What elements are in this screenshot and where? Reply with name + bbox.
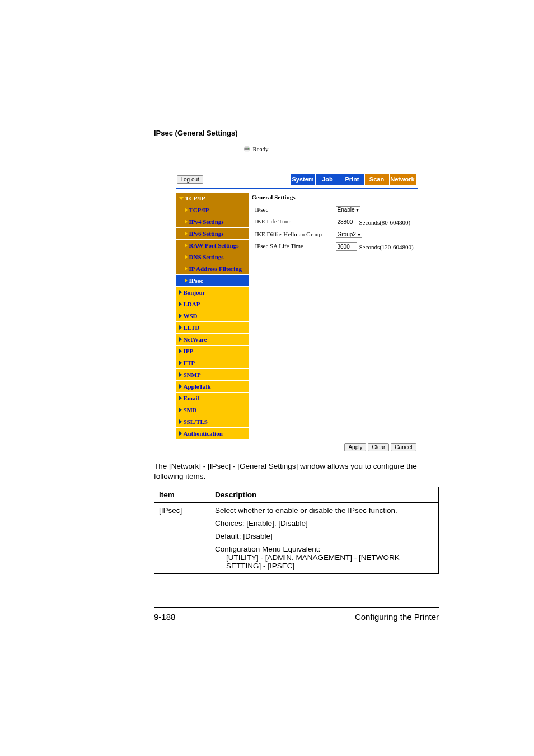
sidebar-item-ipv6[interactable]: IPv6 Settings bbox=[176, 228, 249, 240]
printer-status-icon bbox=[243, 145, 251, 153]
tab-scan[interactable]: Scan bbox=[365, 174, 390, 185]
sidebar-item-netware[interactable]: NetWare bbox=[176, 334, 249, 346]
sidebar-item-label: IP Address Filtering bbox=[189, 265, 242, 272]
sidebar-item-label: AppleTalk bbox=[184, 383, 211, 390]
sidebar-item-ssltls[interactable]: SSL/TLS bbox=[176, 416, 249, 428]
status-label: Ready bbox=[253, 146, 269, 152]
sidebar-item-ftp[interactable]: FTP bbox=[176, 357, 249, 369]
triangle-icon bbox=[179, 302, 182, 306]
sidebar-item-label: NetWare bbox=[184, 336, 207, 343]
sidebar-item-appletalk[interactable]: AppleTalk bbox=[176, 381, 249, 393]
triangle-icon bbox=[179, 337, 182, 342]
sidebar-item-ipp[interactable]: IPP bbox=[176, 346, 249, 357]
ipsec-select[interactable]: Enable ▾ bbox=[336, 206, 361, 213]
triangle-icon bbox=[179, 349, 182, 353]
table-header-desc: Description bbox=[210, 487, 439, 503]
page-footer: 9-188 Configuring the Printer bbox=[154, 607, 439, 622]
sidebar-item-label: IPsec bbox=[189, 277, 203, 284]
sidebar-item-label: FTP bbox=[184, 360, 195, 366]
dh-group-select[interactable]: Group2 ▾ bbox=[336, 231, 362, 238]
select-value: Enable bbox=[338, 207, 355, 213]
sidebar-item-label: IPv4 Settings bbox=[189, 218, 224, 225]
tab-print[interactable]: Print bbox=[340, 174, 365, 185]
sidebar-item-label: IPv6 Settings bbox=[189, 230, 224, 237]
triangle-icon bbox=[185, 231, 188, 236]
triangle-icon bbox=[179, 384, 182, 389]
triangle-icon bbox=[179, 419, 182, 424]
sidebar-item-label: TCP/IP bbox=[189, 207, 209, 213]
ike-suffix: Seconds(80-604800) bbox=[359, 219, 411, 226]
select-value: Group2 bbox=[338, 231, 356, 237]
sidebar-item-auth[interactable]: Authentication bbox=[176, 428, 249, 440]
logout-button[interactable]: Log out bbox=[177, 175, 203, 184]
sidebar-item-lltd[interactable]: LLTD bbox=[176, 322, 249, 334]
desc-line: Choices: [Enable], [Disable] bbox=[215, 519, 434, 528]
sidebar-item-label: IPP bbox=[184, 348, 194, 354]
sidebar-item-raw[interactable]: RAW Port Settings bbox=[176, 240, 249, 251]
table-cell-desc: Select whether to enable or disable the … bbox=[210, 503, 439, 574]
sidebar-item-wsd[interactable]: WSD bbox=[176, 310, 249, 322]
content-title: General Settings bbox=[252, 194, 418, 200]
sidebar-item-tcpip[interactable]: TCP/IP bbox=[176, 204, 249, 216]
sidebar-item-ldap[interactable]: LDAP bbox=[176, 298, 249, 310]
section-heading: IPsec (General Settings) bbox=[154, 129, 439, 137]
content-pane: General Settings IPsec Enable ▾ IKE Life… bbox=[252, 193, 418, 440]
form-label-sa: IPsec SA Life Time bbox=[252, 242, 336, 251]
info-table: Item Description [IPsec] Select whether … bbox=[154, 487, 439, 574]
chevron-down-icon bbox=[179, 197, 184, 200]
triangle-icon bbox=[185, 208, 188, 212]
sidebar-group-tcpip[interactable]: TCP/IP bbox=[176, 193, 249, 204]
sidebar-item-label: WSD bbox=[184, 312, 198, 319]
triangle-icon bbox=[179, 361, 182, 365]
page-number: 9-188 bbox=[154, 612, 175, 622]
cfg-label: Configuration Menu Equivalent: bbox=[215, 545, 320, 553]
table-header-item: Item bbox=[154, 487, 210, 503]
triangle-icon bbox=[179, 396, 182, 400]
sidebar-item-bonjour[interactable]: Bonjour bbox=[176, 287, 249, 298]
triangle-icon bbox=[179, 431, 182, 436]
sa-life-input[interactable] bbox=[336, 242, 357, 251]
tab-network[interactable]: Network bbox=[390, 174, 416, 185]
cancel-button[interactable]: Cancel bbox=[391, 443, 416, 451]
sidebar-item-label: Authentication bbox=[184, 430, 223, 437]
sidebar-item-label: TCP/IP bbox=[185, 195, 205, 202]
sidebar-item-ipv4[interactable]: IPv4 Settings bbox=[176, 216, 249, 228]
triangle-icon bbox=[185, 243, 188, 248]
table-cell-item: [IPsec] bbox=[154, 503, 210, 574]
triangle-icon bbox=[179, 325, 182, 330]
footer-title: Configuring the Printer bbox=[355, 612, 439, 622]
triangle-icon bbox=[179, 290, 182, 295]
desc-line: Configuration Menu Equivalent: [UTILITY]… bbox=[215, 545, 434, 570]
triangle-icon bbox=[185, 220, 188, 224]
sidebar-item-smb[interactable]: SMB bbox=[176, 404, 249, 416]
form-label-dh: IKE Diffie-Hellman Group bbox=[252, 231, 336, 238]
sidebar-item-label: LLTD bbox=[184, 324, 200, 331]
triangle-icon bbox=[185, 278, 188, 283]
sa-suffix: Seconds(120-604800) bbox=[359, 244, 414, 250]
form-label-ipsec: IPsec bbox=[252, 206, 336, 213]
sidebar-item-label: SNMP bbox=[184, 371, 201, 378]
embedded-screenshot: Ready Log out System Job Print Scan Netw… bbox=[176, 144, 418, 451]
sidebar-item-ipsec[interactable]: IPsec bbox=[176, 275, 249, 287]
table-row: [IPsec] Select whether to enable or disa… bbox=[154, 503, 439, 574]
desc-line: Default: [Disable] bbox=[215, 532, 434, 540]
sidebar-item-snmp[interactable]: SNMP bbox=[176, 369, 249, 381]
sidebar-item-ipfilter[interactable]: IP Address Filtering bbox=[176, 263, 249, 275]
ike-life-input[interactable] bbox=[336, 218, 357, 226]
triangle-icon bbox=[179, 408, 182, 412]
triangle-icon bbox=[185, 267, 188, 271]
description-text: The [Network] - [IPsec] - [General Setti… bbox=[154, 461, 439, 481]
tab-system[interactable]: System bbox=[291, 174, 316, 185]
sidebar-item-label: Bonjour bbox=[184, 289, 205, 296]
form-label-ike: IKE Life Time bbox=[252, 218, 336, 226]
clear-button[interactable]: Clear bbox=[368, 443, 389, 451]
sidebar-item-email[interactable]: Email bbox=[176, 393, 249, 404]
tab-job[interactable]: Job bbox=[316, 174, 340, 185]
sidebar-item-label: DNS Settings bbox=[189, 254, 224, 260]
apply-button[interactable]: Apply bbox=[344, 443, 366, 451]
triangle-icon bbox=[179, 372, 182, 377]
svg-rect-2 bbox=[245, 150, 249, 152]
sidebar-item-dns[interactable]: DNS Settings bbox=[176, 251, 249, 263]
sidebar-item-label: RAW Port Settings bbox=[189, 242, 239, 249]
cfg-path: [UTILITY] - [ADMIN. MANAGEMENT] - [NETWO… bbox=[215, 553, 434, 570]
